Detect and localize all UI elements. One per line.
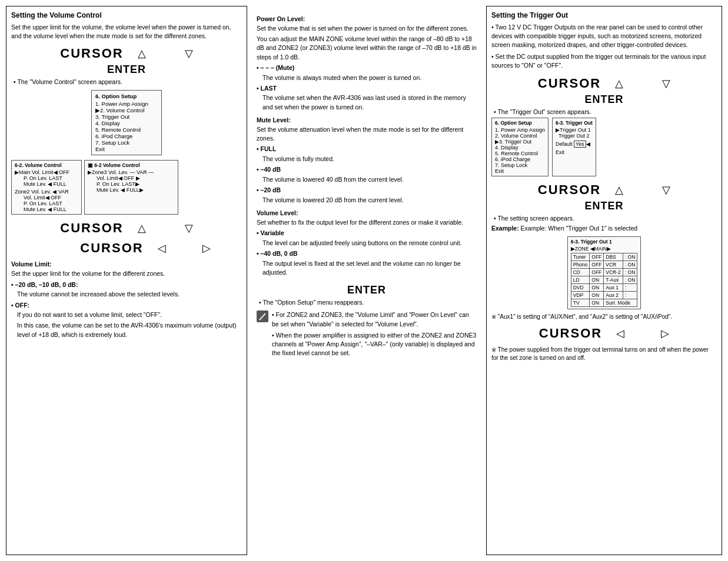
right-cursor2-down: ▽ <box>662 183 670 196</box>
mute-bold: • – – – (Mute) <box>257 64 294 71</box>
trig-opt-5: 5. Remote Control <box>495 151 545 156</box>
trigger-screens: 6. Option Setup 1. Power Amp Assign 2. V… <box>491 118 717 176</box>
var-text: The level can be adjusted freely using b… <box>262 239 477 248</box>
vol-right-row2: Vol. Limit◀ OFF ▶ <box>88 175 175 181</box>
vol-limit-item2-bold: • OFF: <box>11 301 242 310</box>
right-enter1: ENTER <box>491 94 717 106</box>
src-dvd: DVD <box>571 284 590 292</box>
left-cursor2-up: △ <box>138 222 146 235</box>
right-cursor1-up: △ <box>615 77 623 90</box>
fixed-item: • –40 dB, 0 dB <box>257 249 477 258</box>
vol-limit-item2-label: • OFF: <box>11 302 29 309</box>
vol-limit-item1-label: • –20 dB, –10 dB, 0 dB: <box>11 281 78 288</box>
left-title: Setting the Volume Control <box>11 11 242 19</box>
option-setup-title: 6. Option Setup <box>95 93 158 99</box>
right-cursor3-label: CURSOR <box>539 326 602 341</box>
src-tv: TV <box>571 299 590 307</box>
right-enter2: ENTER <box>491 200 717 212</box>
bottom-note: ※ The power supplied from the trigger ou… <box>491 346 717 362</box>
option-item-3: 3. Trigger Out <box>95 113 158 120</box>
vol-left-title: 6-2. Volume Control <box>15 162 78 168</box>
trigger-zone-label: ▶ZONE ◀MAIN▶ <box>571 246 638 252</box>
mute-text: The volume is always muted when the powe… <box>262 74 477 82</box>
pencil-note-content: • For ZONE2 and ZONE3, the "Volume Limit… <box>272 310 477 359</box>
right-cursor3-row: CURSOR ◁ ▷ <box>491 326 717 341</box>
src-cd: CD <box>571 269 590 276</box>
pencil-note-1: • For ZONE2 and ZONE3, the "Volume Limit… <box>272 310 477 328</box>
last-text: The volume set when the AVR-4306 was las… <box>262 94 477 111</box>
left-cursor3-right: ▷ <box>202 242 211 255</box>
left-cursor3-left: ◁ <box>158 242 166 255</box>
left-cursor1-label: CURSOR <box>60 46 123 61</box>
vol-limit-item2-text2: In this case, the volume can be set to t… <box>17 321 242 339</box>
middle-enter: ENTER <box>257 284 477 296</box>
src-vcr: VCR <box>604 261 623 269</box>
trig-item-1: ▶Trigger Out 1 <box>556 127 593 133</box>
vol-left-row2: P. On Lev. LAST <box>15 175 78 181</box>
trig-default: Default Yes◀ <box>556 141 593 147</box>
option-item-1: 1. Power Amp Assign <box>95 101 158 107</box>
page: Setting the Volume Control Set the upper… <box>0 0 728 561</box>
val-dbs: : ON <box>623 253 637 261</box>
trigger-table-title: 6-3. Trigger Out 1 <box>571 239 638 245</box>
power-on-title: Power On Level: <box>257 15 477 22</box>
full-text: The volume is fully muted. <box>262 155 477 163</box>
table-row: Phono OFF VCR : ON <box>571 261 637 269</box>
option-item-exit: Exit <box>95 146 158 152</box>
vol-left-row1: ▶Main Vol. Limit◀ OFF <box>15 169 78 175</box>
left-cursor2-down: ▽ <box>185 222 193 235</box>
trig-opt-3: ▶3. Trigger Out <box>495 139 545 145</box>
trig-opt-1: 1. Power Amp Assign <box>495 127 545 133</box>
vol-limit-item1-text: The volume cannot be increased above the… <box>17 290 242 299</box>
svg-marker-0 <box>259 313 265 320</box>
pencil-note-row: • For ZONE2 and ZONE3, the "Volume Limit… <box>257 310 477 359</box>
trig-exit: Exit <box>556 149 593 155</box>
src-tuner: Tuner <box>571 253 590 261</box>
right-example-label: Example: <box>491 225 519 232</box>
option-item-6: 6. iPod Charge <box>95 133 158 139</box>
trigger-out-screen: 6-3. Trigger Out ▶Trigger Out 1 Trigger … <box>552 118 596 176</box>
right-panel: Setting the Trigger Out • Two 12 V DC Tr… <box>486 6 722 555</box>
trig-opt-7: 7. Setup Lock <box>495 162 545 168</box>
left-cursor1-down: ▽ <box>185 47 193 60</box>
right-cursor1-down: ▽ <box>662 77 670 90</box>
full-item: • FULL <box>257 145 477 153</box>
trig-opt-exit: Exit <box>495 168 545 174</box>
trigger-option-title: 6. Option Setup <box>495 120 545 126</box>
var-bold: • Variable <box>257 229 284 236</box>
right-example: Example: Example: When "Trigger Out 1" i… <box>491 224 717 233</box>
db40-bold: • –40 dB <box>257 166 281 173</box>
option-item-7: 7. Setup Lock <box>95 139 158 146</box>
table-row: Tuner OFF DBS : ON <box>571 253 637 261</box>
src-taux: T-Aux <box>604 276 623 284</box>
right-cursor2-label: CURSOR <box>538 182 601 198</box>
pencil-svg <box>258 312 267 320</box>
val-phono: OFF <box>590 261 604 269</box>
trig-opt-4: 4. Display <box>495 145 545 151</box>
table-row: VDP ON Aux 2 : <box>571 292 637 299</box>
vol-left-row6: P. On Lev. LAST <box>15 201 78 206</box>
option-setup-screen: 6. Option Setup 1. Power Amp Assign ▶2. … <box>91 90 162 155</box>
left-cursor1-up: △ <box>138 47 146 60</box>
volume-level-desc: Set whether to fix the output level for … <box>257 218 477 227</box>
power-on-level-section: Power On Level: Set the volume that is s… <box>257 15 477 112</box>
src-surr: Surr. Mode <box>604 299 637 307</box>
src-phono: Phono <box>571 261 590 269</box>
fixed-text: The output level is fixed at the set lev… <box>262 259 477 277</box>
val-tv: ON <box>590 299 604 307</box>
val-taux: : ON <box>623 276 637 284</box>
option-item-5: 5. Remote Control <box>95 126 158 133</box>
table-row: DVD ON Aux 1 : <box>571 284 637 292</box>
vol-right-row4: Mute Lev. ◀ FULL▶ <box>88 187 175 193</box>
table-row: CD OFF VCR-2 : ON <box>571 269 637 276</box>
mute-level-desc: Set the volume attenuation level when th… <box>257 125 477 143</box>
right-desc2: • Set the DC output supplied from the tr… <box>491 52 717 70</box>
svg-line-1 <box>265 313 265 314</box>
db40-text: The volume is lowered 40 dB from the cur… <box>262 175 477 184</box>
vol-limit-item2-text1: If you do not want to set a volume limit… <box>17 310 242 319</box>
val-cd: OFF <box>590 269 604 276</box>
pencil-icon <box>257 310 268 322</box>
middle-panel: Power On Level: Set the volume that is s… <box>252 6 481 555</box>
table-row: LD ON T-Aux : ON <box>571 276 637 284</box>
right-cursor2-up: △ <box>615 183 623 196</box>
